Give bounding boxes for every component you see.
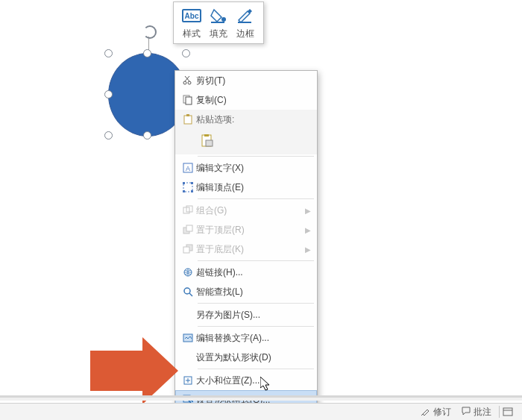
svg-rect-19: [183, 190, 185, 192]
menu-smart-lookup[interactable]: 智能查找(L): [175, 282, 317, 301]
menu-group: 组合(G) ▶: [175, 201, 317, 220]
size-position-icon: [180, 375, 196, 386]
status-comments-label: 批注: [474, 406, 491, 419]
menu-bring-to-front: 置于顶层(R) ▶: [175, 220, 317, 239]
rotation-handle[interactable]: [143, 25, 157, 39]
svg-text:Abc: Abc: [185, 12, 199, 20]
svg-point-2: [221, 17, 226, 22]
resize-handle-nw[interactable]: [104, 49, 113, 57]
menu-paste-options-header: 粘贴选项:: [175, 110, 317, 129]
menu-send-to-back-label: 置于底层(K): [196, 243, 305, 256]
menu-size-position-label: 大小和位置(Z)...: [196, 374, 311, 387]
menu-separator: [198, 369, 314, 369]
status-revisions[interactable]: 修订: [421, 406, 451, 419]
submenu-arrow-icon: ▶: [305, 226, 311, 234]
menu-edit-points[interactable]: 编辑顶点(E): [175, 178, 317, 197]
menu-hyperlink-label: 超链接(H)...: [196, 266, 311, 279]
svg-rect-26: [183, 247, 189, 253]
menu-save-as-picture-label: 另存为图片(S)...: [196, 309, 311, 322]
revisions-icon: [421, 407, 430, 418]
copy-icon: [180, 95, 196, 105]
svg-rect-9: [184, 116, 192, 124]
status-revisions-label: 修订: [433, 406, 451, 419]
menu-edit-alt-text[interactable]: 编辑替换文字(A)...: [175, 328, 317, 348]
svg-rect-4: [238, 22, 251, 23]
svg-rect-35: [503, 408, 512, 416]
resize-handle-s[interactable]: [143, 131, 151, 140]
svg-line-29: [189, 293, 192, 296]
cut-icon: [180, 75, 196, 86]
mini-toolbar-outline[interactable]: 边框: [232, 5, 259, 40]
menu-paste-options-label: 粘贴选项:: [196, 113, 311, 126]
resize-handle-w[interactable]: [104, 90, 113, 98]
menu-separator: [198, 303, 314, 304]
status-comments[interactable]: 批注: [462, 406, 491, 419]
menu-group-label: 组合(G): [196, 204, 305, 217]
svg-rect-17: [183, 182, 185, 184]
status-bar: 修订 批注: [0, 403, 522, 420]
menu-copy-label: 复制(C): [196, 94, 311, 107]
send-to-back-icon: [180, 244, 196, 254]
svg-text:A: A: [186, 165, 190, 172]
menu-hyperlink[interactable]: 超链接(H)...: [175, 263, 317, 282]
menu-set-default-shape-label: 设置为默认形状(D): [196, 351, 311, 364]
menu-separator: [198, 198, 314, 199]
mini-toolbar-fill[interactable]: 填充: [205, 5, 232, 40]
style-icon: Abc: [181, 5, 202, 26]
paste-icon: [180, 114, 196, 125]
menu-set-default-shape[interactable]: 设置为默认形状(D): [175, 348, 317, 367]
menu-edit-text-label: 编辑文字(X): [196, 162, 311, 175]
svg-point-5: [183, 81, 186, 84]
svg-rect-20: [191, 190, 193, 192]
menu-edit-text[interactable]: A 编辑文字(X): [175, 158, 317, 178]
svg-point-6: [188, 81, 191, 84]
page-boundary-line: [0, 395, 522, 401]
smart-lookup-icon: [180, 286, 196, 297]
svg-point-28: [184, 288, 190, 294]
context-menu: 剪切(T) 复制(C) 粘贴选项: A 编辑文字(X) 编辑顶点(E) 组: [174, 70, 318, 420]
svg-rect-3: [211, 22, 224, 23]
paste-options-row: [175, 129, 317, 154]
resize-handle-ne[interactable]: [182, 49, 190, 57]
comments-icon: [462, 407, 471, 418]
menu-copy[interactable]: 复制(C): [175, 90, 317, 110]
group-icon: [180, 205, 196, 216]
view-mode-button[interactable]: [499, 406, 516, 418]
menu-bring-to-front-label: 置于顶层(R): [196, 224, 305, 236]
mini-toolbar-style[interactable]: Abc 样式: [178, 5, 205, 40]
svg-rect-24: [186, 225, 192, 231]
menu-save-as-picture[interactable]: 另存为图片(S)...: [175, 305, 317, 325]
edit-text-icon: A: [180, 163, 196, 173]
menu-edit-alt-text-label: 编辑替换文字(A)...: [196, 332, 311, 345]
style-label: 样式: [178, 28, 205, 40]
menu-send-to-back: 置于底层(K) ▶: [175, 239, 317, 259]
fill-icon: [208, 5, 229, 26]
menu-separator: [198, 260, 314, 261]
svg-rect-12: [204, 134, 209, 137]
menu-separator: [198, 326, 314, 327]
fill-label: 填充: [205, 28, 232, 40]
paste-option-picture[interactable]: [198, 131, 218, 151]
outline-label: 边框: [232, 28, 259, 40]
submenu-arrow-icon: ▶: [305, 245, 311, 254]
mini-toolbar: Abc 样式 填充 边框: [173, 1, 264, 44]
outline-icon: [235, 5, 256, 26]
menu-smart-lookup-label: 智能查找(L): [196, 286, 311, 298]
svg-rect-18: [191, 182, 193, 184]
menu-edit-points-label: 编辑顶点(E): [196, 181, 311, 194]
submenu-arrow-icon: ▶: [305, 207, 311, 215]
alt-text-icon: [180, 333, 196, 343]
hyperlink-icon: [180, 267, 196, 278]
svg-rect-13: [206, 140, 213, 146]
menu-cut[interactable]: 剪切(T): [175, 71, 317, 90]
menu-cut-label: 剪切(T): [196, 75, 311, 87]
edit-points-icon: [180, 182, 196, 192]
svg-rect-10: [186, 114, 189, 116]
menu-separator: [198, 156, 314, 157]
svg-rect-8: [186, 97, 192, 104]
bring-to-front-icon: [180, 225, 196, 235]
resize-handle-n[interactable]: [143, 49, 151, 57]
menu-size-position[interactable]: 大小和位置(Z)...: [175, 371, 317, 390]
resize-handle-sw[interactable]: [104, 131, 113, 140]
view-mode-icon: [503, 407, 513, 416]
